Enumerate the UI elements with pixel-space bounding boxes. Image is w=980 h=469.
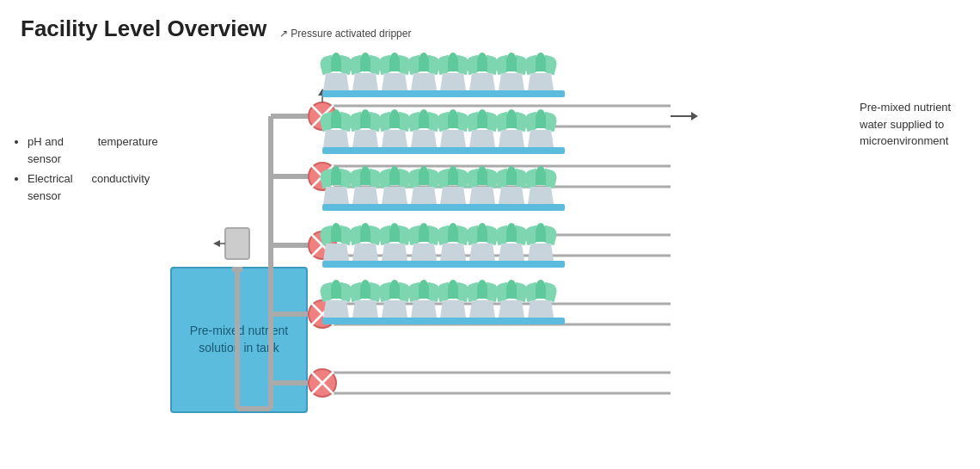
plant xyxy=(527,106,554,147)
svg-rect-38 xyxy=(225,228,249,259)
premixed-output-label: Pre-mixed nutrient water supplied to mic… xyxy=(860,99,971,150)
plant xyxy=(322,49,350,90)
plant xyxy=(352,276,379,318)
plant xyxy=(322,106,350,147)
plant xyxy=(352,106,379,147)
plants-row-4 xyxy=(322,219,565,261)
page-title: Facility Level Overview xyxy=(21,15,959,42)
plant xyxy=(527,163,554,204)
plant xyxy=(322,163,350,204)
plant xyxy=(381,106,408,147)
plants-row-5 xyxy=(322,276,565,318)
dripper-label: ↗ Pressure activated dripper xyxy=(279,28,411,40)
tray xyxy=(322,90,565,97)
tray xyxy=(322,204,565,211)
plant xyxy=(381,49,408,90)
plant xyxy=(322,219,350,261)
plant xyxy=(498,163,525,204)
plant xyxy=(527,219,554,261)
svg-marker-40 xyxy=(213,240,220,247)
plant xyxy=(410,276,438,318)
plant xyxy=(469,163,496,204)
plant xyxy=(410,219,438,261)
plant-row-2 xyxy=(322,106,565,154)
plant xyxy=(381,163,408,204)
plant xyxy=(439,219,467,261)
plant xyxy=(498,219,525,261)
plant xyxy=(410,49,438,90)
plant-rows-container xyxy=(322,49,565,328)
tray xyxy=(322,261,565,268)
svg-marker-34 xyxy=(691,112,698,120)
plant xyxy=(498,49,525,90)
plant xyxy=(469,49,496,90)
plant-row-4 xyxy=(322,219,565,268)
plant xyxy=(439,106,467,147)
plant xyxy=(469,276,496,318)
plant xyxy=(381,219,408,261)
plant-row-3 xyxy=(322,163,565,211)
plant xyxy=(498,276,525,318)
plant xyxy=(439,49,467,90)
plant xyxy=(410,163,438,204)
plants-row-1 xyxy=(322,49,565,90)
plant-row-5 xyxy=(322,276,565,324)
plant-row-1 xyxy=(322,49,565,97)
tray xyxy=(322,147,565,154)
plant xyxy=(498,106,525,147)
plant xyxy=(352,219,379,261)
plant xyxy=(352,163,379,204)
dripper-arrow-icon: ↗ xyxy=(279,28,291,40)
tray xyxy=(322,318,565,324)
plant xyxy=(527,49,554,90)
plant xyxy=(469,219,496,261)
plant xyxy=(469,106,496,147)
plant xyxy=(527,276,554,318)
plant xyxy=(381,276,408,318)
plant xyxy=(322,276,350,318)
plant xyxy=(352,49,379,90)
plants-row-2 xyxy=(322,106,565,147)
plants-row-3 xyxy=(322,163,565,204)
plant xyxy=(439,163,467,204)
plant xyxy=(410,106,438,147)
plant xyxy=(439,276,467,318)
